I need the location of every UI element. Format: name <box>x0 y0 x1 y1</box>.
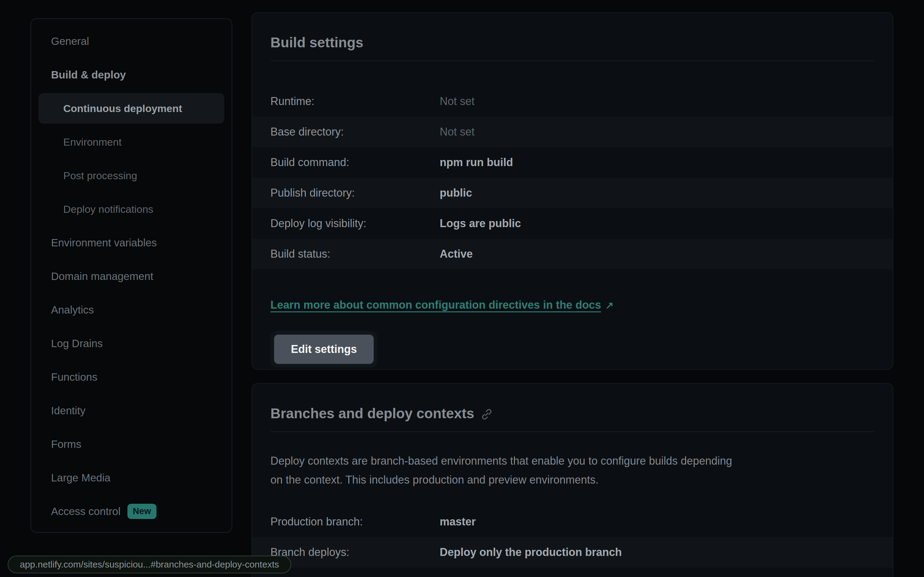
settings-row-publish-directory: Publish directory:public <box>252 178 893 208</box>
sidebar-item-label: Post processing <box>63 170 137 182</box>
settings-sidebar: GeneralBuild & deployContinuous deployme… <box>31 18 232 533</box>
sidebar-item-label: Build & deploy <box>51 69 126 81</box>
row-label: Deploy log visibility: <box>270 217 440 230</box>
sidebar-item-label: Forms <box>51 438 81 450</box>
sidebar-item-functions[interactable]: Functions <box>31 360 232 394</box>
settings-row-production-branch: Production branch:master <box>252 506 893 537</box>
row-label: Runtime: <box>270 95 440 108</box>
branches-description: Deploy contexts are branch-based environ… <box>270 451 747 489</box>
row-value: Not set <box>440 95 874 108</box>
new-badge: New <box>128 504 157 519</box>
sidebar-item-label: Log Drains <box>51 337 103 350</box>
sidebar-item-analytics[interactable]: Analytics <box>31 293 232 327</box>
sidebar-item-environment-variables[interactable]: Environment variables <box>31 226 232 259</box>
branches-rows: Production branch:masterBranch deploys:D… <box>252 506 893 567</box>
sidebar-item-label: Continuous deployment <box>63 103 182 114</box>
build-settings-panel: Build settings Runtime:Not setBase direc… <box>252 12 893 370</box>
row-value: public <box>440 187 874 199</box>
row-label: Build status: <box>270 248 440 260</box>
sidebar-item-label: Functions <box>51 371 97 383</box>
sidebar-item-label: Environment variables <box>51 237 157 249</box>
sidebar-item-identity[interactable]: Identity <box>31 394 232 427</box>
sidebar-item-label: Domain management <box>51 270 153 282</box>
edit-settings-button[interactable]: Edit settings <box>274 335 374 364</box>
status-url-tooltip: app.netlify.com/sites/suspiciou...#branc… <box>8 556 291 573</box>
sidebar-item-label: Identity <box>51 405 86 417</box>
row-value: Deploy only the production branch <box>440 546 874 559</box>
sidebar-item-domain-management[interactable]: Domain management <box>31 259 232 293</box>
divider <box>270 431 874 432</box>
docs-link[interactable]: Learn more about common configuration di… <box>270 298 614 311</box>
branches-panel: Branches and deploy contexts Deploy cont… <box>252 383 893 577</box>
settings-row-deploy-log-visibility: Deploy log visibility:Logs are public <box>252 208 893 239</box>
sidebar-item-large-media[interactable]: Large Media <box>31 461 232 495</box>
external-link-arrow-icon: ↗ <box>605 300 614 311</box>
sidebar-item-label: Access control <box>51 505 121 517</box>
sidebar-item-post-processing[interactable]: Post processing <box>31 159 232 192</box>
docs-link-label: Learn more about common configuration di… <box>270 298 601 311</box>
branches-title: Branches and deploy contexts <box>270 384 874 422</box>
row-label: Publish directory: <box>270 187 440 199</box>
sidebar-list: GeneralBuild & deployContinuous deployme… <box>31 19 232 528</box>
sidebar-item-label: Analytics <box>51 304 94 316</box>
anchor-link-icon[interactable] <box>480 408 493 421</box>
row-value: npm run build <box>440 156 874 169</box>
sidebar-item-access-control[interactable]: Access controlNew <box>31 495 232 528</box>
row-value: Not set <box>440 126 874 138</box>
row-value: master <box>440 515 874 528</box>
sidebar-item-label: Deploy notifications <box>63 203 153 215</box>
row-value: Logs are public <box>440 217 874 230</box>
sidebar-item-label: Large Media <box>51 472 111 484</box>
build-settings-title: Build settings <box>270 13 874 51</box>
sidebar-item-forms[interactable]: Forms <box>31 427 232 461</box>
build-settings-rows: Runtime:Not setBase directory:Not setBui… <box>252 86 893 269</box>
sidebar-item-deploy-notifications[interactable]: Deploy notifications <box>31 192 232 226</box>
row-label: Build command: <box>270 156 440 169</box>
edit-settings-button-halo: Edit settings <box>270 331 377 367</box>
sidebar-item-general[interactable]: General <box>31 24 232 58</box>
sidebar-item-log-drains[interactable]: Log Drains <box>31 327 232 360</box>
row-label: Branch deploys: <box>270 546 440 559</box>
row-label: Production branch: <box>270 515 440 528</box>
settings-row-build-command: Build command:npm run build <box>252 147 893 178</box>
settings-row-branch-deploys: Branch deploys:Deploy only the productio… <box>252 537 893 567</box>
row-label: Base directory: <box>270 126 440 138</box>
settings-row-runtime: Runtime:Not set <box>252 86 893 117</box>
settings-row-base-directory: Base directory:Not set <box>252 117 893 147</box>
sidebar-item-label: General <box>51 35 89 47</box>
row-value: Active <box>440 248 874 260</box>
sidebar-item-environment[interactable]: Environment <box>31 125 232 159</box>
sidebar-item-label: Environment <box>63 136 122 148</box>
settings-row-build-status: Build status:Active <box>252 239 893 269</box>
sidebar-item-continuous-deployment[interactable]: Continuous deployment <box>39 93 224 124</box>
divider <box>270 60 874 61</box>
sidebar-item-build-deploy[interactable]: Build & deploy <box>31 58 232 92</box>
